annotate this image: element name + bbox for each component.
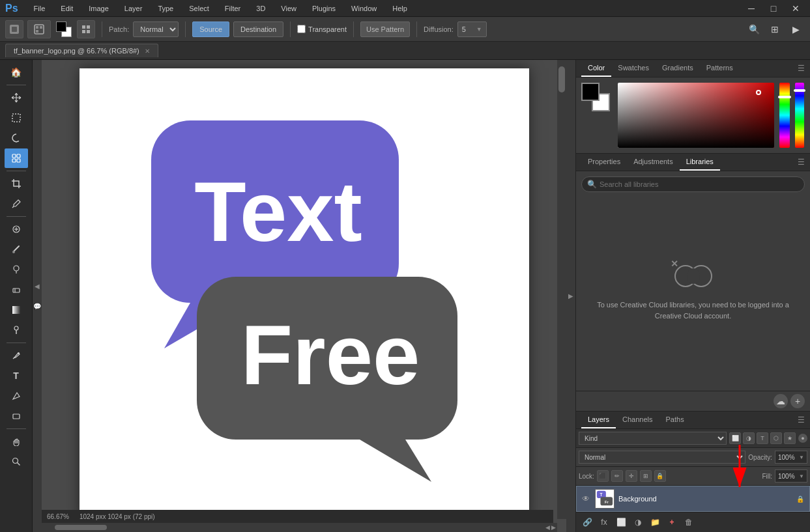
menu-type[interactable]: Type: [155, 3, 176, 14]
tab-color[interactable]: Color: [581, 60, 611, 77]
patch-tool[interactable]: [5, 148, 28, 168]
transparent-checkbox[interactable]: [297, 25, 306, 33]
heal-tool[interactable]: [5, 219, 28, 239]
filter-smart-icon[interactable]: ★: [784, 432, 796, 444]
path-select-tool[interactable]: [5, 386, 28, 406]
layer-row-background[interactable]: 👁 T Fr Background 🔒 ↓: [576, 486, 810, 512]
menu-image[interactable]: Image: [86, 3, 111, 14]
fill-input[interactable]: 100% ▼: [775, 469, 807, 483]
tab-swatches[interactable]: Swatches: [611, 60, 656, 77]
tab-libraries[interactable]: Libraries: [680, 154, 720, 171]
close-button[interactable]: ✕: [787, 0, 805, 18]
tab-layers[interactable]: Layers: [581, 412, 616, 428]
layer-adjustment-btn[interactable]: ◑: [631, 515, 645, 529]
libraries-cloud-btn[interactable]: ☁: [774, 394, 788, 408]
menu-edit[interactable]: Edit: [58, 3, 76, 14]
crop-tool[interactable]: [5, 174, 28, 193]
hue-slider[interactable]: [779, 83, 790, 148]
destination-button[interactable]: Destination: [233, 21, 283, 37]
vertical-scroll-thumb[interactable]: [558, 66, 565, 92]
libraries-search-bar[interactable]: 🔍: [581, 176, 805, 192]
libraries-search-input[interactable]: [600, 180, 799, 188]
menu-window[interactable]: Window: [349, 3, 379, 14]
dodge-tool[interactable]: [5, 320, 28, 340]
patch-mode-select[interactable]: Normal: [133, 21, 179, 37]
horizontal-scrollbar[interactable]: ◀ ▶: [42, 523, 557, 532]
menu-view[interactable]: View: [278, 3, 299, 14]
left-collapse-handle[interactable]: ◀ 💬: [33, 60, 42, 532]
menu-3d[interactable]: 3D: [253, 3, 268, 14]
new-layer-btn[interactable]: +: [665, 515, 679, 529]
zoom-tool[interactable]: [5, 452, 28, 471]
canvas[interactable]: Text Free: [80, 68, 529, 518]
tab-gradients[interactable]: Gradients: [656, 60, 700, 77]
workspace-btn[interactable]: [27, 20, 51, 38]
layers-panel-menu-btn[interactable]: ☰: [798, 415, 805, 425]
shape-tool[interactable]: [5, 406, 28, 426]
source-button[interactable]: Source: [192, 21, 229, 37]
fg-bg-color-boxes[interactable]: [581, 83, 610, 111]
layer-mask-btn[interactable]: ⬜: [614, 515, 628, 529]
hand-tool[interactable]: [5, 432, 28, 451]
color-panel-menu-btn[interactable]: ☰: [798, 64, 805, 73]
blend-mode-select[interactable]: Normal: [579, 451, 745, 464]
lock-paint-icon[interactable]: ✏: [611, 470, 623, 482]
gradient-tool[interactable]: [5, 300, 28, 320]
filter-adjust-icon[interactable]: ◑: [743, 432, 755, 444]
text-tool[interactable]: T: [5, 366, 28, 385]
menu-layer[interactable]: Layer: [122, 3, 145, 14]
lock-artboard-icon[interactable]: ⊞: [640, 470, 652, 482]
layer-type-filter[interactable]: Kind: [579, 432, 727, 445]
menu-file[interactable]: File: [31, 3, 48, 14]
color-gradient-picker[interactable]: [618, 83, 774, 148]
tab-paths[interactable]: Paths: [659, 412, 691, 428]
foreground-background-colors[interactable]: [55, 20, 73, 38]
layer-visibility-eye[interactable]: 👁: [581, 494, 591, 504]
search-toolbar-btn[interactable]: 🔍: [745, 20, 763, 38]
home-tool[interactable]: 🏠: [5, 63, 28, 82]
transparent-checkbox-label[interactable]: Transparent: [297, 25, 347, 33]
tab-channels[interactable]: Channels: [616, 412, 659, 428]
eyedropper-tool[interactable]: [5, 194, 28, 214]
scroll-left-btn[interactable]: ◀: [545, 524, 550, 531]
pen-tool[interactable]: [5, 346, 28, 365]
foreground-color-box[interactable]: [581, 83, 600, 101]
menu-select[interactable]: Select: [186, 3, 212, 14]
document-tab[interactable]: tf_banner_logo.png @ 66.7% (RGB/8#) ✕: [5, 44, 158, 57]
tab-adjustments[interactable]: Adjustments: [627, 154, 680, 171]
workspace-picker-btn[interactable]: ⊞: [766, 20, 784, 38]
eraser-tool[interactable]: [5, 280, 28, 300]
maximize-button[interactable]: □: [764, 0, 783, 18]
tool-preset-btn[interactable]: [5, 20, 23, 38]
vertical-scrollbar[interactable]: [557, 60, 566, 519]
filter-shape-icon[interactable]: ⬡: [770, 432, 782, 444]
filter-text-icon[interactable]: T: [757, 432, 768, 444]
tab-patterns[interactable]: Patterns: [700, 60, 740, 77]
menu-filter[interactable]: Filter: [222, 3, 243, 14]
document-tab-close[interactable]: ✕: [145, 48, 150, 55]
clone-stamp-tool[interactable]: [5, 260, 28, 279]
marquee-tool[interactable]: [5, 108, 28, 128]
menu-plugins[interactable]: Plugins: [310, 3, 338, 14]
libraries-add-btn[interactable]: +: [790, 394, 805, 408]
move-tool[interactable]: [5, 88, 28, 107]
extra-tool-btn[interactable]: [77, 20, 95, 38]
filter-toggle-btn[interactable]: ●: [798, 434, 807, 443]
workspace-arrow[interactable]: ▶: [787, 20, 805, 38]
diffusion-input[interactable]: 5 ▼: [457, 21, 487, 37]
delete-layer-btn[interactable]: 🗑: [682, 515, 696, 529]
menu-help[interactable]: Help: [390, 3, 410, 14]
lock-move-icon[interactable]: ✛: [626, 470, 637, 482]
right-collapse-handle[interactable]: ▶: [566, 60, 575, 532]
lock-pixel-icon[interactable]: ⬛: [597, 470, 609, 482]
lasso-tool[interactable]: [5, 128, 28, 148]
minimize-button[interactable]: ─: [742, 0, 760, 18]
link-layers-btn[interactable]: 🔗: [580, 515, 594, 529]
lock-all-icon[interactable]: 🔒: [654, 470, 666, 482]
layer-group-btn[interactable]: 📁: [648, 515, 662, 529]
filter-pixel-icon[interactable]: ⬜: [729, 432, 741, 444]
layer-fx-btn[interactable]: fx: [597, 515, 611, 529]
opacity-slider[interactable]: [795, 83, 804, 148]
brush-tool[interactable]: [5, 240, 28, 259]
properties-panel-menu-btn[interactable]: ☰: [798, 158, 805, 167]
